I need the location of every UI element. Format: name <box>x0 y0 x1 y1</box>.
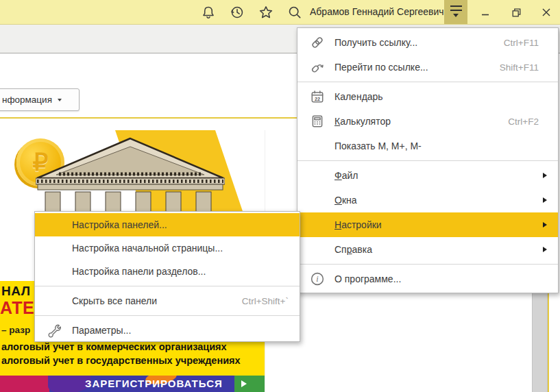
favorites-star-icon[interactable] <box>258 5 273 20</box>
menu-item-show-m[interactable]: Показать М, М+, М- <box>297 134 558 158</box>
submenu-item-hide-all-panels[interactable]: Скрыть все панели Ctrl+Shift+` <box>35 289 300 313</box>
svg-text:22: 22 <box>315 97 320 102</box>
menu-shortcut: Ctrl+F2 <box>508 117 539 127</box>
minimize-button[interactable] <box>476 5 494 19</box>
menu-item-get-link[interactable]: Получить ссылку... Ctrl+F11 <box>297 30 558 55</box>
info-dropdown-button[interactable]: нформация <box>0 88 80 111</box>
main-menu-dropdown: Получить ссылку... Ctrl+F11 Перейти по с… <box>297 27 559 293</box>
building-pediment-graphic <box>36 134 225 214</box>
menu-separator <box>297 264 558 265</box>
submenu-arrow-icon <box>543 197 550 203</box>
calculator-icon <box>310 114 325 129</box>
menu-item-calendar[interactable]: 22 Календарь <box>297 84 558 109</box>
submenu-arrow-icon <box>543 247 550 252</box>
search-icon[interactable] <box>287 5 302 20</box>
menu-shortcut: Ctrl+F11 <box>504 38 539 48</box>
ad-line-state: алоговый учет в государственных учрежден… <box>1 355 241 366</box>
chevron-down-icon <box>58 99 62 103</box>
arrow-right-icon <box>241 380 250 387</box>
menu-separator <box>35 286 300 286</box>
menu-item-file[interactable]: Файл <box>297 163 558 188</box>
titlebar: Абрамов Геннадий Сергеевич <box>0 0 560 25</box>
app-window: нформация ₽ НАЛ АТЕЛ – разр ал <box>0 0 560 392</box>
link-icon <box>310 35 325 50</box>
submenu-item-start-page-setup[interactable]: Настройка начальной страницы... <box>35 236 300 260</box>
menu-item-windows[interactable]: Окна <box>297 188 558 212</box>
close-button[interactable] <box>537 5 555 19</box>
menu-separator <box>297 160 558 161</box>
purple-blob-graphic <box>48 376 90 392</box>
info-icon: i <box>310 271 325 286</box>
menu-item-calculator[interactable]: Калькулятор Ctrl+F2 <box>297 109 558 134</box>
main-menu-button[interactable] <box>444 0 467 24</box>
register-button[interactable]: ЗАРЕГИСТРИРОВАТЬСЯ <box>0 373 265 392</box>
menu-item-follow-link[interactable]: Перейти по ссылке... Shift+F11 <box>297 55 558 79</box>
menu-separator <box>297 82 558 82</box>
submenu-item-parameters[interactable]: Параметры... <box>35 319 300 342</box>
submenu-item-sections-panel-setup[interactable]: Настройка панели разделов... <box>35 260 300 283</box>
user-name[interactable]: Абрамов Геннадий Сергеевич <box>310 6 444 17</box>
menu-separator <box>35 315 300 316</box>
settings-submenu: Настройка панелей... Настройка начальной… <box>34 211 300 342</box>
ad-subtext-fragment: – разр <box>1 325 30 335</box>
notifications-bell-icon[interactable] <box>201 5 216 20</box>
wrench-icon <box>47 323 62 338</box>
calendar-icon: 22 <box>310 89 325 104</box>
menu-item-settings[interactable]: Настройки <box>297 212 558 237</box>
menu-item-help[interactable]: Справка <box>297 237 558 262</box>
history-icon[interactable] <box>230 5 245 20</box>
ad-line-commercial: алоговый учет в коммерческих организация… <box>1 341 227 352</box>
register-label: ЗАРЕГИСТРИРОВАТЬСЯ <box>85 378 223 389</box>
submenu-arrow-icon <box>543 222 550 228</box>
ad-headline-fragment: НАЛ <box>1 284 31 299</box>
menu-item-about[interactable]: i О программе... <box>297 267 558 291</box>
menu-shortcut: Ctrl+Shift+` <box>242 296 289 306</box>
maximize-button[interactable] <box>507 5 525 19</box>
svg-text:i: i <box>316 274 318 284</box>
vertical-scrollbar[interactable] <box>532 293 548 392</box>
info-button-label: нформация <box>2 95 52 105</box>
menu-shortcut: Shift+F11 <box>500 62 539 73</box>
submenu-arrow-icon <box>543 173 550 178</box>
submenu-item-panels-setup[interactable]: Настройка панелей... <box>35 213 300 236</box>
link-go-icon <box>310 60 325 75</box>
